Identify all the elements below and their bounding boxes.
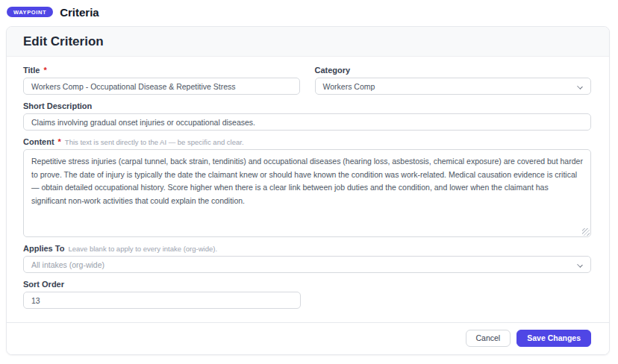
applies-to-field-group: Applies To Leave blank to apply to every…: [23, 244, 591, 273]
applies-to-selected-value: All intakes (org-wide): [31, 260, 104, 269]
applies-to-select[interactable]: All intakes (org-wide): [23, 256, 591, 273]
brand-badge: WAYPOINT: [7, 7, 53, 18]
edit-criterion-form: Title * Category Workers Comp Short Desc…: [7, 57, 609, 322]
sort-order-label: Sort Order: [23, 280, 64, 289]
applies-to-label: Applies To: [23, 244, 64, 253]
title-label: Title: [23, 66, 40, 75]
category-select[interactable]: Workers Comp: [315, 78, 592, 95]
resize-handle[interactable]: [582, 228, 590, 236]
card-footer: Cancel Save Changes: [7, 322, 609, 354]
card-header: Edit Criterion: [7, 27, 609, 57]
applies-to-hint: Leave blank to apply to every intake (or…: [68, 245, 217, 253]
chevron-down-icon: [577, 262, 583, 268]
short-description-input[interactable]: [23, 113, 591, 131]
card-title: Edit Criterion: [23, 34, 593, 49]
category-selected-value: Workers Comp: [323, 82, 375, 91]
content-label: Content: [23, 137, 54, 146]
chevron-down-icon: [577, 84, 583, 90]
short-description-label: Short Description: [23, 101, 92, 110]
content-textarea[interactable]: Repetitive stress injuries (carpal tunne…: [23, 149, 591, 237]
page-title: Criteria: [60, 6, 99, 19]
required-asterisk: *: [58, 137, 61, 146]
save-changes-button[interactable]: Save Changes: [516, 330, 591, 347]
title-field-group: Title *: [23, 66, 300, 95]
topbar: WAYPOINT Criteria: [0, 0, 618, 26]
edit-criterion-card: Edit Criterion Title * Category Workers …: [6, 26, 610, 355]
category-field-group: Category Workers Comp: [315, 66, 592, 95]
content-hint: This text is sent directly to the AI — b…: [65, 138, 244, 146]
sort-order-input[interactable]: [23, 292, 301, 309]
sort-order-field-group: Sort Order: [23, 280, 591, 309]
required-asterisk: *: [43, 66, 46, 75]
cancel-button[interactable]: Cancel: [466, 330, 511, 347]
title-input[interactable]: [23, 78, 300, 95]
category-label: Category: [315, 66, 351, 75]
content-field-group: Content * This text is sent directly to …: [23, 137, 591, 237]
short-description-field-group: Short Description: [23, 101, 591, 131]
